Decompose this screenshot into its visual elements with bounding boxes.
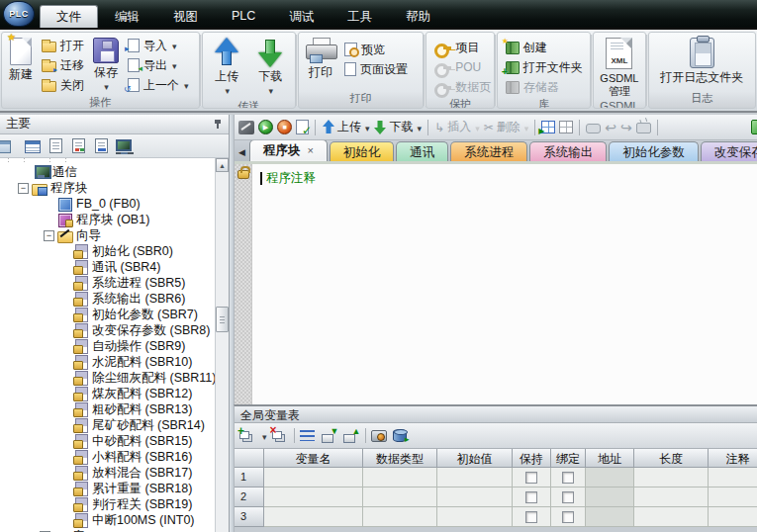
export-button[interactable]: 导出 [125, 55, 192, 75]
compile-check-button[interactable] [296, 120, 309, 134]
menu-item[interactable]: 文件 [40, 5, 98, 28]
cell-comment[interactable] [709, 507, 757, 527]
tree-item[interactable]: 系统输出 (SBR6) [0, 291, 215, 307]
bind-checkbox[interactable] [562, 511, 574, 523]
cell-length[interactable] [634, 507, 709, 527]
cell-variable-name[interactable] [264, 468, 363, 488]
jump-to-table-button[interactable] [559, 121, 573, 133]
tree-item[interactable]: − 程序块 [0, 180, 215, 196]
run-button[interactable] [258, 120, 273, 134]
tree-item[interactable]: 中砂配料 (SBR15) [0, 433, 215, 449]
row-number[interactable]: 3 [235, 507, 264, 527]
cell-length[interactable] [634, 468, 709, 488]
import-variables-button[interactable]: ▼ [322, 428, 338, 443]
tree-item[interactable]: 煤灰配料 (SBR12) [0, 386, 215, 401]
tree-item[interactable]: 通信 [0, 164, 215, 180]
tree-item[interactable]: 通讯 (SBR4) [0, 259, 215, 275]
snapshot-button[interactable] [371, 428, 388, 443]
row-number[interactable]: 2 [235, 488, 264, 507]
edit-pencil-button[interactable] [238, 121, 254, 134]
stop-button[interactable] [277, 120, 292, 134]
program-editor-canvas[interactable]: 程序注释 [235, 164, 757, 404]
tree-item[interactable]: 水泥配料 (SBR10) [0, 354, 215, 370]
save-button[interactable]: 保存 [89, 36, 123, 95]
tree-item[interactable]: 尾矿砂配料 (SBR14) [0, 417, 215, 433]
tree-expander-icon[interactable]: − [18, 183, 29, 194]
protect-project-button[interactable]: 项目 [431, 38, 494, 57]
editor-tab[interactable]: 初始化参数 [609, 141, 699, 161]
tree-scrollbar[interactable]: ▲ [215, 158, 229, 532]
status-chart-button[interactable] [751, 120, 757, 134]
program-comment[interactable]: 程序注释 [266, 170, 316, 187]
previous-button[interactable]: 上一个 [125, 75, 192, 95]
delete-row-button[interactable]: × [272, 428, 289, 443]
tree-item[interactable]: 累计重量 (SBR18) [0, 481, 215, 496]
menu-item[interactable]: 工具 [331, 5, 389, 28]
scrollbar-thumb[interactable] [216, 307, 229, 332]
cell-data-type[interactable] [363, 507, 437, 527]
tree-item[interactable]: 初始化参数 (SBR7) [0, 307, 215, 322]
sidebar-tool-communication-button[interactable] [116, 138, 134, 154]
tree-item[interactable]: 中断100MS (INT0) [0, 512, 215, 528]
close-button[interactable]: 关闭 [39, 75, 87, 95]
upload-button[interactable]: 上传 [210, 36, 243, 99]
menu-item[interactable]: 视图 [156, 5, 215, 28]
row-number[interactable]: 1 [235, 468, 264, 488]
pin-icon[interactable] [213, 119, 223, 130]
editor-tab[interactable]: 初始化 [330, 141, 395, 161]
library-open-folder-button[interactable]: 打开文件夹 [503, 57, 586, 77]
editor-tab[interactable]: 通讯 [396, 141, 448, 161]
cell-variable-name[interactable] [264, 507, 363, 527]
gsdml-manage-button[interactable]: XML GSDML管理 [596, 36, 642, 100]
sidebar-tool-status-doc-button[interactable] [70, 138, 88, 154]
cell-initial-value[interactable] [437, 488, 513, 507]
tree-item[interactable]: 粗砂配料 (SBR13) [0, 401, 215, 417]
tab-scroll-left-icon[interactable]: ◀ [237, 147, 249, 161]
cell-initial-value[interactable] [437, 507, 513, 527]
menu-item[interactable]: 调试 [272, 5, 331, 28]
retain-checkbox[interactable] [525, 472, 537, 484]
cell-data-type[interactable] [363, 488, 437, 507]
editor-tab[interactable]: 系统进程 [450, 141, 527, 161]
print-button[interactable]: 打印 [302, 36, 339, 81]
cell-length[interactable] [634, 488, 709, 507]
open-button[interactable]: 打开 [39, 36, 87, 55]
tree-item[interactable]: 判行程关 (SBR19) [0, 496, 215, 512]
bind-checkbox[interactable] [562, 472, 574, 484]
download-button[interactable]: 下载 [253, 36, 287, 99]
menu-item[interactable]: PLC [215, 5, 272, 28]
menu-item[interactable]: 编辑 [98, 5, 156, 28]
sidebar-tool-list-doc-button[interactable] [93, 138, 111, 154]
refresh-variables-button[interactable]: ▲ [343, 428, 360, 443]
tree-item[interactable]: − 向导 [0, 227, 215, 243]
cell-address[interactable] [586, 507, 634, 527]
tree-item[interactable]: 自动操作 (SBR9) [0, 338, 215, 354]
open-log-folder-button[interactable]: 打开日志文件夹 [656, 36, 747, 86]
tree-item[interactable]: 小料配料 (SBR16) [0, 449, 215, 465]
tree-item[interactable]: 除尘细灰配料 (SBR11) [0, 370, 215, 386]
preview-button[interactable]: 预览 [341, 40, 411, 59]
bind-checkbox[interactable] [562, 491, 574, 503]
cell-comment[interactable] [709, 468, 757, 488]
new-button[interactable]: 新建 [5, 36, 37, 83]
tree-item[interactable]: 放料混合 (SBR17) [0, 465, 215, 481]
sort-button[interactable] [300, 428, 317, 443]
editor-tab[interactable]: 程序块× [249, 140, 328, 161]
tree-item[interactable]: 程序块 (OB1) [0, 212, 215, 227]
scroll-up-icon[interactable]: ▲ [216, 158, 229, 172]
retain-checkbox[interactable] [525, 511, 537, 523]
cell-initial-value[interactable] [437, 468, 513, 488]
sidebar-tool-table-button[interactable] [25, 138, 43, 154]
cell-address[interactable] [586, 468, 634, 488]
sidebar-tool-document-button[interactable] [47, 138, 65, 154]
jump-to-pou-button[interactable]: ▶ [541, 121, 555, 133]
tab-close-icon[interactable]: × [307, 144, 313, 156]
import-button[interactable]: 导入 [125, 36, 192, 55]
migrate-button[interactable]: 迁移 [39, 55, 87, 75]
cell-data-type[interactable] [363, 468, 437, 488]
library-create-button[interactable]: 创建 [503, 38, 586, 57]
sidebar-tool-window-button[interactable] [2, 138, 20, 154]
tree-item[interactable]: 改变保存参数 (SBR8) [0, 322, 215, 338]
tree-item[interactable]: 初始化 (SBR0) [0, 243, 215, 259]
cell-address[interactable] [586, 488, 634, 507]
